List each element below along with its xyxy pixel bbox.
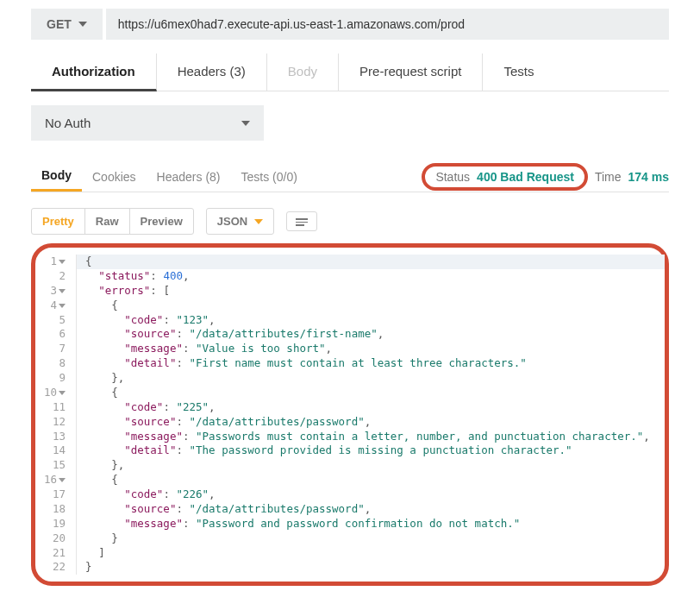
chevron-down-icon xyxy=(254,219,263,224)
auth-type-label: No Auth xyxy=(45,116,91,130)
format-label: JSON xyxy=(217,215,247,228)
view-preview-button[interactable]: Preview xyxy=(130,209,193,234)
wrap-lines-button[interactable] xyxy=(286,211,317,231)
response-tab-tests[interactable]: Tests (0/0) xyxy=(231,163,308,191)
view-raw-button[interactable]: Raw xyxy=(85,209,130,234)
tab-headers[interactable]: Headers (3) xyxy=(157,53,267,91)
request-tabs: Authorization Headers (3) Body Pre-reque… xyxy=(31,53,669,91)
auth-type-select[interactable]: No Auth xyxy=(31,105,264,141)
body-view-mode: Pretty Raw Preview xyxy=(31,208,194,235)
response-tab-cookies[interactable]: Cookies xyxy=(82,163,147,191)
response-body[interactable]: { "status": 400, "errors": [ { "code": "… xyxy=(77,255,659,575)
status-value: 400 Bad Request xyxy=(477,170,574,184)
chevron-down-icon xyxy=(241,121,250,126)
status-highlight: Status 400 Bad Request xyxy=(422,163,588,191)
chevron-down-icon xyxy=(78,22,87,27)
time-value: 174 ms xyxy=(628,170,669,184)
response-tab-headers[interactable]: Headers (8) xyxy=(147,163,231,191)
http-method-label: GET xyxy=(47,17,72,31)
tab-prerequest[interactable]: Pre-request script xyxy=(339,53,483,91)
response-status-group: Status 400 Bad Request Time 174 ms xyxy=(422,163,669,191)
tab-tests[interactable]: Tests xyxy=(483,53,554,91)
view-pretty-button[interactable]: Pretty xyxy=(32,209,85,234)
line-gutter: 12345678910111213141516171819202122 xyxy=(41,255,77,575)
status-label: Status xyxy=(435,170,470,184)
wrap-lines-icon xyxy=(296,217,308,226)
time-label: Time xyxy=(595,170,622,184)
http-method-select[interactable]: GET xyxy=(31,9,103,40)
response-tab-body[interactable]: Body xyxy=(31,161,82,192)
response-body-highlight: 12345678910111213141516171819202122 { "s… xyxy=(31,243,669,586)
request-url-input[interactable]: https://u6mex0had7.execute-api.us-east-1… xyxy=(106,9,669,40)
format-select[interactable]: JSON xyxy=(206,208,274,235)
tab-authorization[interactable]: Authorization xyxy=(31,53,157,91)
tab-body[interactable]: Body xyxy=(267,53,339,91)
